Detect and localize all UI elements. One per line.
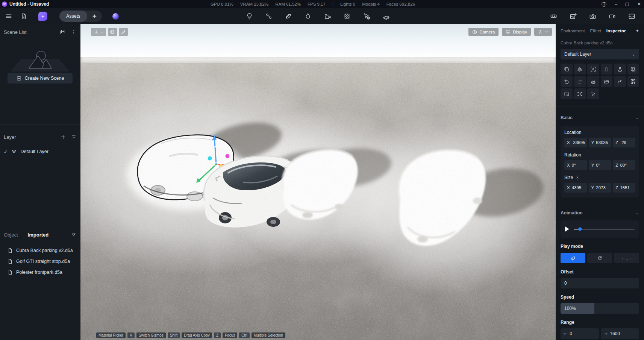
focus-icon: [590, 66, 596, 72]
panel-ai-button[interactable]: ✦: [635, 28, 639, 33]
render-video-button[interactable]: [606, 11, 618, 22]
play-mode-once-button[interactable]: [587, 253, 612, 263]
vegetation-tool-button[interactable]: [283, 11, 294, 22]
focus-button[interactable]: [587, 64, 599, 74]
bone-tool-button[interactable]: [263, 11, 274, 22]
create-new-scene-button[interactable]: Create New Scene: [8, 73, 73, 83]
location-y-input[interactable]: Y53035: [589, 138, 611, 147]
select-similar-button[interactable]: [627, 76, 639, 87]
link-scale-icon[interactable]: [575, 175, 580, 180]
ai-orb-button[interactable]: [112, 13, 119, 20]
ai-image-button[interactable]: [567, 11, 579, 22]
crown-button[interactable]: [587, 76, 599, 87]
redo-button[interactable]: [574, 76, 586, 87]
globe-icon: [110, 29, 115, 35]
display-button[interactable]: Display: [502, 28, 531, 36]
lights-stat: Lights 0: [340, 2, 355, 6]
size-x-input[interactable]: X4395: [564, 183, 587, 193]
location-x-input[interactable]: X-33595: [564, 138, 587, 147]
file-row[interactable]: Polester frontpark.d5a: [0, 267, 80, 278]
assets-ai-button[interactable]: ✦: [87, 13, 102, 20]
duplicate-button[interactable]: [561, 64, 573, 74]
open-folder-button[interactable]: [601, 76, 613, 87]
viewport-3d[interactable]: Camera Display Material Picker V Switch …: [80, 24, 556, 340]
range-end-input[interactable]: ⇥ 1600: [601, 328, 639, 339]
axes-icon: [94, 29, 99, 35]
import-model-button[interactable]: [18, 11, 29, 22]
maximize-button[interactable]: [626, 3, 629, 6]
play-button[interactable]: [565, 226, 569, 232]
export-arrow-icon: [617, 79, 623, 85]
export-button[interactable]: [614, 76, 626, 87]
world-space-button[interactable]: [108, 28, 117, 36]
file-row[interactable]: Golf GTI straight stop.d5a: [0, 256, 80, 267]
tab-environment[interactable]: Environment: [561, 29, 585, 33]
collapse-layers-button[interactable]: [71, 134, 76, 140]
size-z-input[interactable]: Z1551: [613, 183, 635, 193]
offset-input[interactable]: 0: [561, 278, 639, 288]
free-transform-button[interactable]: [561, 88, 573, 99]
scatter-button[interactable]: [587, 88, 599, 99]
render-image-button[interactable]: [587, 11, 598, 22]
play-mode-pingpong-button[interactable]: ←‥→: [614, 253, 639, 263]
range-start-input[interactable]: ⇤ 0: [561, 328, 599, 339]
tab-effect[interactable]: Effect: [590, 29, 601, 33]
close-button[interactable]: ✕: [637, 2, 641, 6]
water-fire-tool-button[interactable]: [302, 11, 314, 22]
menu-button[interactable]: [3, 11, 14, 22]
play-mode-loop-button[interactable]: [561, 253, 585, 263]
rotation-y-input[interactable]: Y0°: [589, 160, 611, 170]
collapse-objects-button[interactable]: [71, 232, 76, 238]
tab-object[interactable]: Object: [4, 232, 18, 238]
layer-dropdown[interactable]: Default Layer ⌄: [561, 49, 639, 59]
vr-mode-button[interactable]: [548, 11, 559, 22]
scene-list-menu-button[interactable]: ⋮: [71, 29, 76, 35]
size-y-input[interactable]: Y2073: [589, 183, 611, 193]
undo-button[interactable]: [561, 76, 573, 87]
render-queue-button[interactable]: [626, 11, 637, 22]
light-tool-button[interactable]: [244, 11, 255, 22]
speed-input[interactable]: 100%: [561, 303, 639, 314]
redo-icon: [577, 79, 583, 85]
terrain-tool-button[interactable]: [380, 11, 392, 22]
layer-row-default[interactable]: ✓ Default Layer: [4, 147, 76, 156]
ai-assistant-button[interactable]: +: [38, 12, 47, 21]
rotation-z-input[interactable]: Z88°: [613, 160, 635, 170]
tab-inspector[interactable]: Inspector: [606, 29, 626, 33]
chevron-down-icon[interactable]: ⌄: [635, 115, 639, 120]
timeline-slider[interactable]: [574, 229, 635, 230]
camera-button[interactable]: Camera: [468, 28, 499, 36]
assets-toggle[interactable]: Assets ✦: [59, 11, 102, 22]
select-add-tool-button[interactable]: [361, 11, 372, 22]
timeline-handle[interactable]: [578, 228, 582, 231]
assets-button[interactable]: Assets: [59, 11, 87, 22]
spread-button[interactable]: [574, 88, 586, 99]
add-layer-button[interactable]: [61, 134, 66, 140]
tab-imported[interactable]: Imported: [28, 232, 49, 238]
material-picker-button[interactable]: [119, 28, 128, 36]
pillar-button[interactable]: [601, 64, 613, 74]
imported-file-list: Cubra Back parking v2.d5a Golf GTI strai…: [0, 245, 80, 278]
layer-visibility-check[interactable]: ✓: [4, 149, 8, 155]
hint-key: V: [127, 332, 135, 338]
walk-mode-button[interactable]: [534, 28, 552, 36]
range-end-icon: ⇥: [604, 331, 607, 336]
speed-label: Speed: [561, 294, 639, 300]
add-scene-button[interactable]: [60, 29, 66, 35]
rotation-x-input[interactable]: X0°: [564, 160, 587, 170]
minimize-button[interactable]: –: [615, 2, 617, 6]
app-logo: P: [2, 2, 7, 7]
add-camera-button[interactable]: [322, 11, 333, 22]
file-row[interactable]: Cubra Back parking v2.d5a: [0, 245, 80, 256]
gizmo-mode-button[interactable]: [91, 28, 106, 36]
add-to-library-button[interactable]: [627, 64, 639, 74]
loop-once-icon: [597, 255, 603, 261]
location-z-input[interactable]: Z-29: [613, 138, 635, 147]
chevron-down-icon[interactable]: ⌄: [635, 210, 639, 216]
material-tool-button[interactable]: [341, 11, 353, 22]
mirror-button[interactable]: [574, 64, 586, 74]
help-button[interactable]: ?: [602, 2, 606, 7]
drop-to-ground-button[interactable]: [614, 64, 626, 74]
main-toolbar: + Assets ✦: [0, 8, 644, 24]
terrain-layers-icon: [383, 13, 390, 20]
